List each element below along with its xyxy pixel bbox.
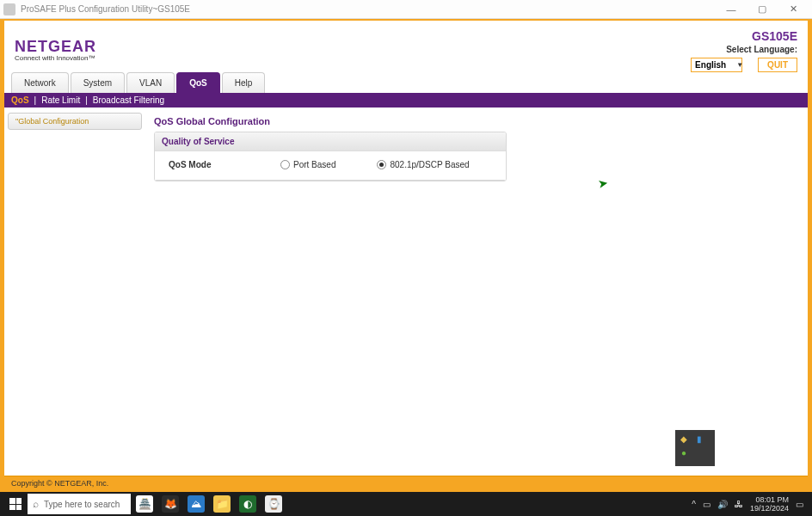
- quit-button[interactable]: QUIT: [758, 58, 797, 72]
- tab-help[interactable]: Help: [222, 72, 266, 93]
- taskbar-pinned-apps: 🏯 🦊 ⛰ 📁 ◐ ⌚: [132, 494, 286, 514]
- tab-vlan[interactable]: VLAN: [126, 72, 175, 93]
- content-area: "Global Configuration QoS Global Configu…: [4, 108, 808, 476]
- sidebar: "Global Configuration: [4, 108, 142, 476]
- tab-network[interactable]: Network: [11, 72, 69, 93]
- clock-time: 08:01 PM: [750, 495, 789, 504]
- tray-chevron-up-icon[interactable]: ^: [692, 500, 696, 509]
- radio-port-based[interactable]: Port Based: [280, 160, 335, 169]
- taskbar-search[interactable]: ⌕ Type here to search: [28, 494, 131, 514]
- window-titlebar: ProSAFE Plus Configuration Utility~GS105…: [0, 0, 812, 19]
- qos-mode-radio-group: Port Based 802.1p/DSCP Based: [280, 160, 470, 169]
- radio-dscp-based[interactable]: 802.1p/DSCP Based: [377, 160, 469, 169]
- radio-icon: [280, 160, 290, 169]
- taskbar-app-6[interactable]: ⌚: [261, 494, 286, 514]
- sub-tab-broadcast-filtering[interactable]: Broadcast Filtering: [93, 95, 164, 105]
- taskbar-app-3[interactable]: ⛰: [184, 494, 208, 514]
- tray-icon-1[interactable]: ◆: [679, 433, 689, 444]
- tab-qos[interactable]: QoS: [176, 72, 220, 93]
- tray-monitor-icon[interactable]: ▭: [703, 500, 710, 509]
- language-select[interactable]: English ▼: [691, 58, 742, 72]
- tab-system[interactable]: System: [71, 72, 125, 93]
- copyright-footer: Copyright © NETGEAR, Inc.: [4, 476, 808, 490]
- qos-panel: Quality of Service QoS Mode Port Based 8…: [154, 132, 507, 181]
- close-button[interactable]: ✕: [778, 0, 809, 19]
- app-frame: NETGEAR Connect with Innovation™ GS105E …: [0, 19, 812, 492]
- app-icon: [3, 3, 15, 15]
- main-column: QoS Global Configuration Quality of Serv…: [142, 108, 808, 476]
- search-placeholder: Type here to search: [44, 500, 120, 509]
- taskbar-clock[interactable]: 08:01 PM 19/12/2024: [750, 495, 789, 513]
- taskbar-app-firefox[interactable]: 🦊: [158, 494, 182, 514]
- tray-notifications-icon[interactable]: ▭: [796, 500, 803, 509]
- clock-date: 19/12/2024: [750, 504, 789, 513]
- chevron-down-icon: ▼: [736, 61, 743, 69]
- app-header: NETGEAR Connect with Innovation™ GS105E …: [4, 21, 808, 72]
- sub-tab-qos[interactable]: QoS: [11, 95, 29, 105]
- sub-tabs: QoS | Rate Limit | Broadcast Filtering: [4, 93, 808, 108]
- tray-icon-3[interactable]: ●: [679, 447, 689, 458]
- model-name: GS105E: [691, 29, 797, 43]
- radio-label-port: Port Based: [293, 160, 335, 169]
- windows-taskbar: ⌕ Type here to search 🏯 🦊 ⛰ 📁 ◐ ⌚ ^ ▭ 🔊 …: [0, 492, 812, 516]
- windows-logo-icon: [9, 498, 22, 510]
- maximize-button[interactable]: ▢: [747, 0, 778, 19]
- radio-icon: [377, 160, 386, 169]
- main-tabs: Network System VLAN QoS Help: [4, 72, 808, 93]
- taskbar-app-5[interactable]: ◐: [236, 494, 260, 514]
- tray-network-icon[interactable]: 🖧: [735, 500, 743, 509]
- language-value: English: [695, 60, 726, 70]
- language-label: Select Language:: [691, 45, 797, 54]
- tray-icon-2[interactable]: ▮: [694, 433, 704, 444]
- tray-volume-icon[interactable]: 🔊: [717, 500, 728, 509]
- start-button[interactable]: [3, 492, 28, 516]
- search-icon: ⌕: [33, 498, 39, 510]
- taskbar-app-1[interactable]: 🏯: [132, 494, 157, 514]
- system-tray: ^ ▭ 🔊 🖧 08:01 PM 19/12/2024 ▭: [692, 495, 809, 513]
- sidebar-item-global-config[interactable]: "Global Configuration: [8, 113, 142, 130]
- window-title: ProSAFE Plus Configuration Utility~GS105…: [21, 4, 190, 14]
- taskbar-app-explorer[interactable]: 📁: [210, 494, 234, 514]
- page-title: QoS Global Configuration: [154, 116, 808, 126]
- brand-logo: NETGEAR: [15, 38, 96, 56]
- minimize-button[interactable]: —: [716, 0, 747, 19]
- panel-title: Quality of Service: [155, 132, 506, 151]
- sub-tab-rate-limit[interactable]: Rate Limit: [41, 95, 80, 105]
- radio-label-dscp: 802.1p/DSCP Based: [390, 160, 469, 169]
- brand-logo-block: NETGEAR Connect with Innovation™: [15, 38, 96, 62]
- floating-tray[interactable]: ◆ ▮ ●: [675, 430, 715, 466]
- qos-mode-label: QoS Mode: [169, 160, 280, 169]
- brand-tagline: Connect with Innovation™: [15, 54, 96, 62]
